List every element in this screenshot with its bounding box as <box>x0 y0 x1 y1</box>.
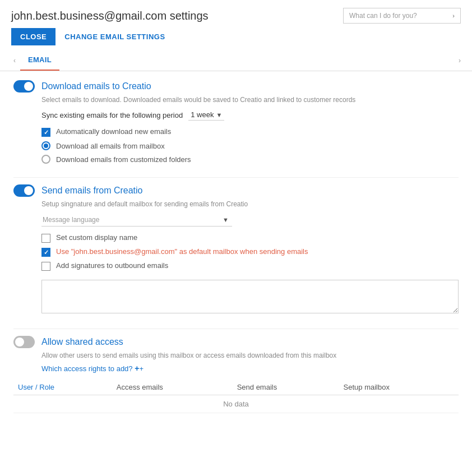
add-access-text: Which access rights to add? <box>41 364 133 373</box>
radio-all-emails-row: Download all emails from mailbox <box>13 141 459 150</box>
message-lang-value: Message language <box>43 216 220 224</box>
download-section-header: Download emails to Creatio <box>13 80 459 93</box>
add-access-link[interactable]: Which access rights to add? ++ <box>41 364 144 373</box>
divider-2 <box>13 329 459 329</box>
download-section-title: Download emails to Creatio <box>41 81 151 91</box>
shared-section-header: Allow shared access <box>13 336 459 348</box>
sync-period-label: Sync existing emails for the following p… <box>41 111 183 119</box>
radio-custom-folders[interactable] <box>41 155 50 164</box>
tab-email[interactable]: EMAIL <box>20 50 59 71</box>
main-content: Download emails to Creatio Select emails… <box>0 71 472 436</box>
shared-toggle[interactable] <box>13 336 35 348</box>
download-section-desc: Select emails to download. Downloaded em… <box>13 96 459 104</box>
custom-display-label: Set custom display name <box>56 233 137 242</box>
radio-custom-folders-label: Download emails from customized folders <box>56 155 191 164</box>
tab-right-chevron-icon[interactable]: › <box>459 57 461 64</box>
plus-icon: + <box>135 364 139 373</box>
auto-download-checkmark: ✓ <box>44 129 49 136</box>
default-mailbox-label: Use "john.best.business@gmail.com" as de… <box>56 247 308 256</box>
shared-section: Allow shared access Allow other users to… <box>13 336 459 413</box>
add-access-row: Which access rights to add? ++ <box>13 364 459 373</box>
default-mailbox-row: ✓ Use "john.best.business@gmail.com" as … <box>13 247 459 257</box>
auto-download-label: Automatically download new emails <box>56 127 171 136</box>
search-placeholder: What can I do for you? <box>349 12 417 20</box>
signature-textarea[interactable] <box>41 280 459 313</box>
access-table-header-row: User / Role Access emails Send emails Se… <box>13 380 459 395</box>
add-signatures-label: Add signatures to outbound emails <box>56 261 168 270</box>
col-user-role: User / Role <box>13 380 112 395</box>
default-mailbox-checkmark: ✓ <box>44 249 49 256</box>
radio-custom-folders-row: Download emails from customized folders <box>13 155 459 164</box>
sync-period-row: Sync existing emails for the following p… <box>13 109 459 121</box>
col-access-emails: Access emails <box>112 380 233 395</box>
send-section-desc: Setup singnature and default mailbox for… <box>13 200 459 208</box>
send-section: Send emails from Creatio Setup singnatur… <box>13 184 459 315</box>
col-setup-mailbox: Setup mailbox <box>339 380 459 395</box>
divider-1 <box>13 177 459 178</box>
message-lang-arrow-icon: ▼ <box>223 216 229 223</box>
send-section-title: Send emails from Creatio <box>41 186 143 196</box>
close-button[interactable]: CLOSE <box>11 28 55 45</box>
change-email-settings-button[interactable]: CHANGE EMAIL SETTINGS <box>64 33 165 41</box>
tab-bar: ‹ EMAIL › <box>0 50 472 71</box>
shared-toggle-slider <box>13 336 35 348</box>
access-table-body: No data <box>13 395 459 413</box>
message-lang-dropdown[interactable]: Message language ▼ <box>41 214 232 227</box>
page-title: john.best.business@gmail.com settings <box>11 10 209 22</box>
access-table-head: User / Role Access emails Send emails Se… <box>13 380 459 395</box>
no-data-cell: No data <box>13 395 459 413</box>
send-section-header: Send emails from Creatio <box>13 184 459 197</box>
send-toggle-slider <box>13 184 35 197</box>
add-signatures-row: Add signatures to outbound emails <box>13 261 459 271</box>
col-send-emails: Send emails <box>233 380 339 395</box>
radio-all-emails[interactable] <box>41 141 50 150</box>
access-table: User / Role Access emails Send emails Se… <box>13 380 459 413</box>
radio-all-emails-label: Download all emails from mailbox <box>56 142 165 150</box>
search-chevron-icon: › <box>452 12 455 19</box>
sync-period-dropdown[interactable]: 1 week ▼ <box>188 109 224 121</box>
custom-display-row: Set custom display name <box>13 233 459 243</box>
no-data-row: No data <box>13 395 459 413</box>
shared-section-desc: Allow other users to send emails using t… <box>13 352 459 359</box>
send-toggle[interactable] <box>13 184 35 197</box>
auto-download-row: ✓ Automatically download new emails <box>13 127 459 137</box>
shared-section-title: Allow shared access <box>41 337 123 347</box>
download-toggle-slider <box>13 80 35 93</box>
download-toggle[interactable] <box>13 80 35 93</box>
header: john.best.business@gmail.com settings Wh… <box>0 0 472 28</box>
sync-period-value: 1 week <box>191 110 214 119</box>
default-mailbox-checkbox[interactable]: ✓ <box>41 248 50 257</box>
search-box[interactable]: What can I do for you? › <box>343 8 461 24</box>
tab-bar-left: ‹ EMAIL <box>11 50 59 71</box>
auto-download-checkbox[interactable]: ✓ <box>41 128 50 137</box>
custom-display-checkbox[interactable] <box>41 234 50 243</box>
sync-period-arrow-icon: ▼ <box>216 112 222 118</box>
toolbar: CLOSE CHANGE EMAIL SETTINGS <box>0 28 472 50</box>
download-section: Download emails to Creatio Select emails… <box>13 80 459 164</box>
message-lang-row: Message language ▼ <box>13 214 459 227</box>
add-signatures-checkbox[interactable] <box>41 262 50 271</box>
tab-left-chevron-icon[interactable]: ‹ <box>11 51 18 70</box>
